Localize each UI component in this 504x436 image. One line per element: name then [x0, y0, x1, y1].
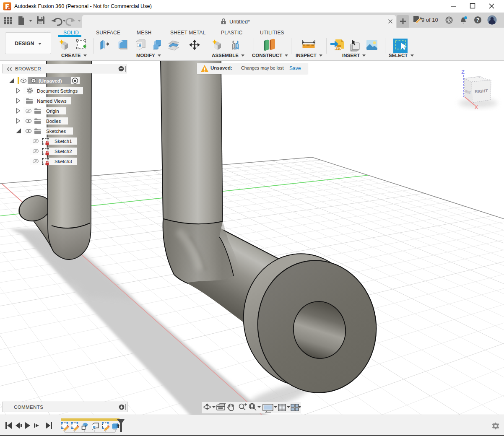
svg-text:Sketch1: Sketch1 [55, 139, 72, 144]
svg-text:Named Views: Named Views [37, 99, 67, 104]
svg-text:?: ? [476, 17, 479, 23]
svg-text:X: X [475, 104, 478, 110]
svg-text:Document Settings: Document Settings [37, 88, 78, 93]
svg-text:(Unsaved): (Unsaved) [39, 78, 62, 83]
svg-text:Sketches: Sketches [46, 129, 66, 134]
svg-text:Bodies: Bodies [46, 119, 61, 124]
svg-text:Origin: Origin [46, 109, 59, 114]
svg-text:Sketch3: Sketch3 [55, 159, 72, 164]
svg-text:RIGHT: RIGHT [475, 88, 488, 94]
svg-text:360: 360 [8, 8, 10, 10]
svg-text:Z: Z [461, 69, 465, 75]
svg-text:Sketch2: Sketch2 [55, 149, 72, 154]
